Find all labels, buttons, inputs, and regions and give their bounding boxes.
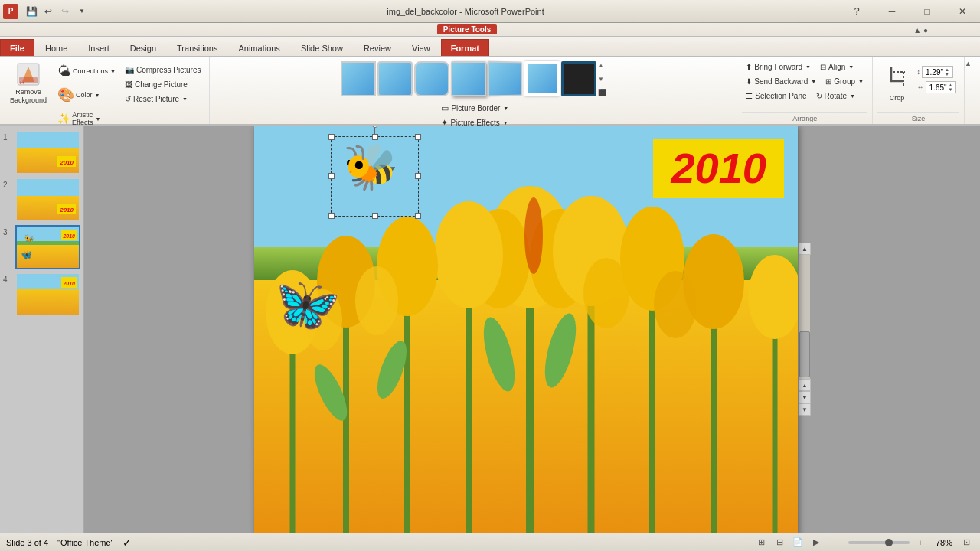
svg-point-29 xyxy=(355,266,398,335)
tab-insert[interactable]: Insert xyxy=(78,39,119,56)
slide-img-1[interactable]: 2010 xyxy=(15,130,80,174)
sel-handle-br[interactable] xyxy=(415,213,421,219)
slide-thumb-1[interactable]: 1 2010 xyxy=(3,130,80,174)
tab-review[interactable]: Review xyxy=(354,39,401,56)
sel-handle-bc[interactable] xyxy=(372,213,378,219)
scroll-down-btn[interactable]: ▼ xyxy=(799,403,811,416)
sel-handle-bl[interactable] xyxy=(328,213,335,219)
rotate-button[interactable]: ↻ Rotate ▼ xyxy=(812,89,859,103)
style-thumb-3[interactable] xyxy=(414,61,449,96)
slide-thumb-3[interactable]: 3 2010 🐝 🦋 xyxy=(3,225,80,269)
style-thumb-2[interactable] xyxy=(377,61,413,96)
tab-design[interactable]: Design xyxy=(120,39,166,56)
tab-transitions[interactable]: Transitions xyxy=(167,39,227,56)
styles-expand[interactable]: ⬛ xyxy=(598,87,606,98)
minimize-btn[interactable]: ─ xyxy=(874,0,910,23)
width-spinner-arrows[interactable]: ▲▼ xyxy=(949,83,953,92)
bring-forward-button[interactable]: ⬆ Bring Forward ▼ xyxy=(742,60,815,73)
slide-canvas[interactable]: 2010 🦋 🐝 xyxy=(254,126,798,533)
qa-undo-btn[interactable]: ↩ xyxy=(41,5,55,18)
sel-handle-tl[interactable] xyxy=(328,134,335,140)
close-btn[interactable]: ✕ xyxy=(945,0,980,23)
title-controls: ? ─ □ ✕ xyxy=(839,0,980,23)
color-button[interactable]: 🎨 Color ▼ xyxy=(54,83,119,106)
crop-button[interactable]: Crop xyxy=(880,60,914,107)
zoom-control: ─ + 78% xyxy=(830,536,952,549)
ribbon-help-icon[interactable]: ▲ ● xyxy=(913,26,928,34)
scroll-expand-down[interactable]: ▼ xyxy=(799,391,811,403)
zoom-minus-btn[interactable]: ─ xyxy=(830,536,845,549)
reading-view-btn[interactable]: 📄 xyxy=(790,536,805,549)
tab-format[interactable]: Format xyxy=(441,39,489,56)
remove-bg-icon: ✂ xyxy=(16,62,41,86)
qa-more-btn[interactable]: ▼ xyxy=(75,5,89,18)
zoom-thumb[interactable] xyxy=(885,539,893,546)
border-arrow: ▼ xyxy=(503,106,508,111)
year-box[interactable]: 2010 xyxy=(653,139,784,198)
reset-picture-button[interactable]: ↺ Reset Picture ▼ xyxy=(121,92,204,106)
sel-handle-mr[interactable] xyxy=(415,173,421,179)
slideshow-btn[interactable]: ▶ xyxy=(808,536,824,549)
slide-img-2[interactable]: 2010 xyxy=(15,178,80,222)
styles-scroll-down[interactable]: ▼ xyxy=(598,73,606,84)
height-input[interactable]: 1.29" ▲▼ xyxy=(922,66,953,78)
help-btn[interactable]: ? xyxy=(839,0,874,23)
group-arrow: ▼ xyxy=(858,79,864,84)
slide-sorter-btn[interactable]: ⊟ xyxy=(772,536,787,549)
rotate-arrow: ▼ xyxy=(850,93,855,99)
style-thumb-4[interactable] xyxy=(451,61,486,96)
corrections-button[interactable]: 🌤 Corrections ▼ xyxy=(54,60,119,83)
compress-pictures-button[interactable]: 📷 Compress Pictures xyxy=(121,63,204,77)
svg-point-21 xyxy=(434,201,503,308)
scroll-up-btn[interactable]: ▲ xyxy=(799,243,811,255)
send-backward-button[interactable]: ⬇ Send Backward ▼ xyxy=(742,74,820,88)
rotate-handle[interactable] xyxy=(372,126,378,128)
styles-scroll-up[interactable]: ▲ xyxy=(598,60,606,70)
normal-view-btn[interactable]: ⊞ xyxy=(753,536,769,549)
sel-handle-ml[interactable] xyxy=(328,173,335,179)
fit-slide-btn[interactable]: ⊡ xyxy=(959,536,974,549)
picture-border-button[interactable]: ▭ Picture Border ▼ xyxy=(437,101,512,115)
qa-save-btn[interactable]: 💾 xyxy=(24,5,38,18)
scroll-expand-up[interactable]: ▲ xyxy=(799,379,811,391)
styles-content: ▲ ▼ ⬛ xyxy=(341,60,606,98)
style-thumb-6[interactable] xyxy=(524,61,560,96)
spell-check-icon[interactable]: ✓ xyxy=(122,536,132,549)
ribbon-collapse[interactable]: ▲ xyxy=(965,57,980,124)
tab-slideshow[interactable]: Slide Show xyxy=(291,39,353,56)
zoom-plus-btn[interactable]: + xyxy=(913,536,928,549)
butterfly-element[interactable]: 🦋 xyxy=(276,274,341,335)
align-button[interactable]: ⊟ Align ▼ xyxy=(816,60,858,73)
slide-thumb-2[interactable]: 2 2010 xyxy=(3,178,80,222)
style-thumb-7[interactable] xyxy=(561,61,596,96)
style-thumb-5[interactable] xyxy=(488,61,522,97)
bee-container[interactable]: 🐝 xyxy=(331,136,419,217)
sel-handle-tr[interactable] xyxy=(415,134,421,140)
tab-file[interactable]: File xyxy=(0,39,34,56)
svg-point-31 xyxy=(654,271,697,338)
style-thumb-1[interactable] xyxy=(341,61,376,96)
width-input[interactable]: 1.65" ▲▼ xyxy=(926,81,957,93)
remove-background-button[interactable]: ✂ RemoveBackground xyxy=(5,60,52,107)
qa-redo-btn[interactable]: ↪ xyxy=(58,5,72,18)
tab-home[interactable]: Home xyxy=(35,39,77,56)
tab-view[interactable]: View xyxy=(402,39,440,56)
sel-handle-tc[interactable] xyxy=(372,134,378,140)
slide-thumb-4[interactable]: 4 2010 xyxy=(3,272,80,317)
slide-img-4[interactable]: 2010 xyxy=(15,272,80,317)
tab-animations[interactable]: Animations xyxy=(228,39,289,56)
scroll-track[interactable] xyxy=(799,255,810,379)
group-button[interactable]: ⊞ Group ▼ xyxy=(822,74,867,88)
change-picture-button[interactable]: 🖼 Change Picture xyxy=(121,77,204,91)
maximize-btn[interactable]: □ xyxy=(910,0,945,23)
scroll-thumb[interactable] xyxy=(799,331,810,377)
bring-forward-icon: ⬆ xyxy=(746,63,752,71)
zoom-slider[interactable] xyxy=(848,541,910,544)
corrections-icon: 🌤 xyxy=(57,64,71,80)
zoom-percent[interactable]: 78% xyxy=(931,538,952,547)
selection-pane-button[interactable]: ☰ Selection Pane xyxy=(742,89,810,103)
svg-text:✂: ✂ xyxy=(20,80,24,86)
height-spinner-arrows[interactable]: ▲▼ xyxy=(945,67,949,77)
arrange-content: ⬆ Bring Forward ▼ ⊟ Align ▼ ⬇ Send Backw… xyxy=(742,60,867,112)
slide-img-3[interactable]: 2010 🐝 🦋 xyxy=(15,225,80,269)
